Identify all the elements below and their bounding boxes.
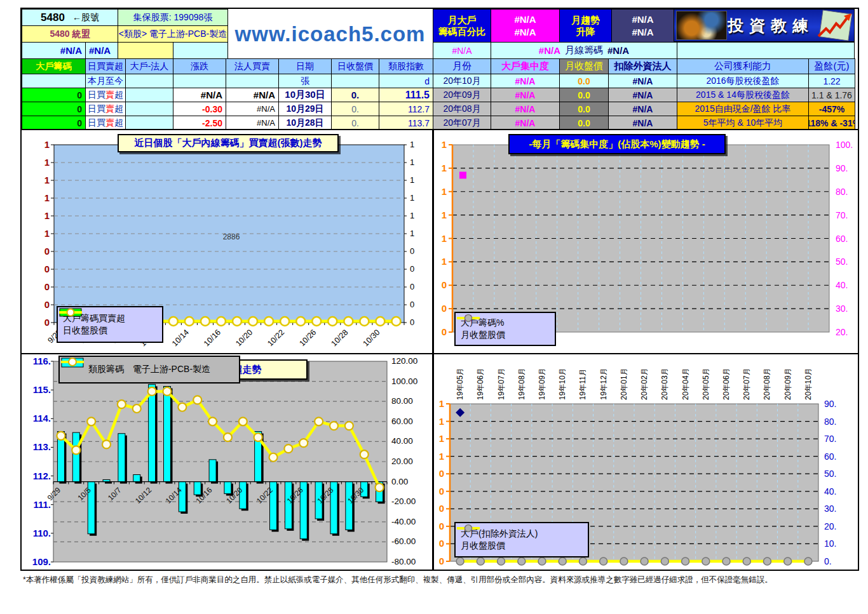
table-right-cell-r1c3: #N/A — [608, 88, 677, 102]
table-left-cell-r1c4: #N/A — [226, 102, 279, 116]
monthline-label: 月線籌碼 — [565, 44, 603, 57]
table-left-cell-r1c0: 0 — [22, 102, 86, 116]
svg-text:10/14: 10/14 — [170, 328, 191, 348]
table-left-subheader-6 — [331, 74, 379, 88]
stock-name-cell: 5480 統盟 — [22, 25, 118, 43]
svg-text:0: 0 — [410, 300, 414, 309]
svg-text:0: 0 — [410, 317, 414, 327]
svg-text:0: 0 — [44, 317, 50, 328]
svg-text:1: 1 — [442, 210, 447, 220]
legend-label: 月收盤股價 — [461, 540, 505, 552]
svg-text:1: 1 — [44, 139, 50, 150]
table-right-cell-r1c4: 2015 & 14每股稅後盈餘 — [677, 88, 809, 102]
table-right-cell-r1c0: 20年09月 — [433, 88, 491, 102]
svg-text:0: 0 — [410, 246, 414, 256]
svg-text:100.: 100. — [836, 140, 853, 150]
website-link[interactable]: www.icoach5.com — [227, 9, 433, 59]
table-left-cell-r1c7: 112.7 — [379, 102, 433, 116]
copyright-disclaimer: *本著作權係屬「投資教練網站」所有，僅供訂戶非商業目的之自用。禁止以紙張或電子媒… — [23, 575, 859, 585]
svg-text:10/22: 10/22 — [266, 328, 286, 348]
table-left-subheader-3 — [173, 74, 226, 88]
svg-text:10/28: 10/28 — [329, 328, 349, 348]
svg-text:0: 0 — [439, 503, 444, 514]
table-left-header-3: 漲跌 — [173, 58, 226, 74]
svg-text:116.: 116. — [33, 356, 51, 366]
table-right-cell-r0c1: #N/A — [491, 74, 560, 88]
table-left-header-2: 大戶-法人 — [125, 58, 173, 74]
svg-text:0: 0 — [439, 486, 444, 497]
table-left-cell-r0c4: #N/A — [226, 88, 279, 102]
svg-text:0: 0 — [410, 264, 414, 274]
svg-text:40.: 40. — [824, 486, 836, 497]
legend-label: 月收盤股價 — [461, 330, 505, 341]
table-left-subheader-0 — [22, 74, 86, 88]
svg-text:20年02月: 20年02月 — [640, 368, 649, 400]
table-right-header-0: 月份 — [433, 58, 491, 74]
monthline-chips-cell: #N/A 月線籌碼 #N/A — [491, 42, 677, 59]
table-left-cell-r2c5: 10月28日 — [278, 116, 332, 130]
svg-text:80.: 80. — [824, 417, 836, 427]
stock-id-arrow-label: ←股號 — [72, 12, 99, 23]
table-right-header-4: 公司獲利能力 — [677, 58, 809, 74]
monthly-concentration-title: -每月「籌碼集中度」(佔股本%)變動趨勢 - — [508, 134, 726, 154]
blank-cell-cyan — [173, 42, 228, 59]
table-left-cell-r2c6: 0. — [331, 116, 379, 130]
svg-text:0.00: 0.00 — [391, 477, 408, 486]
monthline-blank-cell — [677, 42, 855, 59]
table-right-cell-r3c4: 5年平均 & 10年平均 — [677, 116, 809, 130]
table-right-cell-r1c2: 0.0 — [559, 88, 609, 102]
svg-text:10/26: 10/26 — [297, 328, 318, 348]
table-right-header-3: 扣除外資法人 — [608, 58, 677, 74]
svg-text:0: 0 — [442, 303, 447, 314]
svg-text:1: 1 — [44, 210, 50, 221]
table-left-cell-r2c3: -2.50 — [173, 116, 226, 130]
table-left-header-4: 法人買賣 — [226, 58, 279, 74]
svg-text:-20.00: -20.00 — [391, 497, 416, 506]
svg-text:80.00: 80.00 — [391, 396, 413, 406]
chart-sector-chips: 116.115.114.113.112.111.110.109.120.0010… — [20, 353, 433, 571]
svg-text:0: 0 — [439, 521, 444, 531]
table-left-cell-r2c1: 日買賣超 — [85, 116, 126, 130]
svg-text:40.00: 40.00 — [391, 436, 413, 446]
svg-text:20年07月: 20年07月 — [742, 368, 751, 400]
svg-text:30.: 30. — [836, 304, 848, 314]
chart-monthly-major: 111100000090.80.70.60.50.40.30.20.10.0.1… — [433, 353, 859, 571]
svg-text:1: 1 — [410, 193, 414, 203]
table-left-header-5: 日期 — [278, 58, 332, 74]
table-left-subheader-5: 張 — [278, 74, 332, 88]
legend-label: 類股籌碼 — [88, 364, 124, 375]
svg-text:1: 1 — [410, 175, 414, 185]
sector-chips-legend: 類股籌碼 電子上游-PCB-製造 — [58, 356, 240, 384]
svg-text:19年10月: 19年10月 — [558, 368, 567, 400]
table-left-header-1: 日買賣超 — [85, 58, 126, 74]
table-left-header-7: 類股指數 — [379, 58, 433, 74]
monthline-na2: #N/A — [607, 45, 629, 56]
svg-text:50.: 50. — [824, 469, 836, 479]
table-right-cell-r3c5: -118% & -31% — [808, 116, 855, 130]
sector-cell: <類股> 電子上游-PCB-製造 — [118, 25, 228, 43]
svg-text:1: 1 — [442, 139, 447, 150]
svg-text:0: 0 — [44, 281, 50, 292]
monthly-trend-na-cell: #N/A #N/A — [611, 9, 674, 43]
svg-text:0.: 0. — [824, 556, 832, 566]
svg-text:20年04月: 20年04月 — [681, 368, 690, 400]
table-right-cell-r0c0: 20年10月 — [433, 74, 491, 88]
chart-daily-insider: 111111000001111110000028869/2910/510/710… — [20, 129, 433, 354]
svg-text:120.00: 120.00 — [391, 356, 417, 366]
table-right-cell-r2c4: 2015自由現金/盈餘 比率 — [677, 102, 809, 116]
table-left-header-6: 日收盤價 — [331, 58, 379, 74]
table-right-cell-r3c0: 20年07月 — [433, 116, 491, 130]
svg-text:80.: 80. — [836, 187, 848, 197]
svg-text:20.: 20. — [824, 521, 836, 531]
svg-text:19年08月: 19年08月 — [517, 368, 526, 400]
legend-line-swatch-yellow-gray — [456, 313, 481, 323]
svg-text:-80.00: -80.00 — [391, 557, 416, 566]
table-left-cell-r0c7: 111.5 — [379, 88, 433, 102]
svg-text:0: 0 — [439, 556, 444, 566]
svg-text:0: 0 — [442, 326, 447, 337]
table-left-cell-r0c6: 0. — [331, 88, 379, 102]
table-left-cell-r1c2 — [125, 102, 173, 116]
svg-text:0: 0 — [44, 264, 50, 274]
svg-text:1: 1 — [410, 140, 414, 149]
table-right-header-2: 月收盤價 — [559, 58, 609, 74]
